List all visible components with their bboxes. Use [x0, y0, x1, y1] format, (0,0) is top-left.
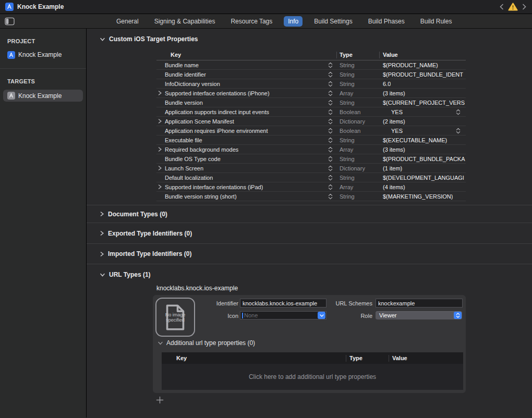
property-key-cell: Application Scene Manifest — [156, 117, 336, 126]
property-row[interactable]: InfoDictionary version String 6.0 — [156, 79, 466, 89]
key-stepper-icon[interactable] — [328, 184, 333, 190]
disclosure-chevron-icon[interactable] — [158, 91, 162, 95]
property-value: YES — [379, 128, 403, 134]
role-popup-button[interactable]: Viewer — [376, 311, 462, 319]
key-stepper-icon[interactable] — [328, 81, 333, 87]
editor-tab-bar: GeneralSigning & CapabilitiesResource Ta… — [0, 14, 532, 29]
url-schemes-label: URL Schemes — [330, 300, 372, 306]
sidebar-item-project[interactable]: Knock Example — [0, 48, 86, 61]
value-stepper-icon[interactable] — [456, 128, 461, 134]
key-stepper-icon[interactable] — [328, 118, 333, 125]
properties-table: Key Type Value Bundle name String $(PROD… — [156, 50, 466, 201]
disclosure-chevron-icon[interactable] — [158, 147, 162, 152]
property-row[interactable]: Default localization String $(DEVELOPMEN… — [156, 173, 466, 182]
property-value-cell: $(MARKETING_VERSION) — [379, 192, 466, 201]
tab-build-phases[interactable]: Build Phases — [364, 16, 409, 27]
identifier-input[interactable] — [240, 299, 327, 308]
icon-combo-box[interactable]: None — [240, 311, 327, 319]
key-stepper-icon[interactable] — [328, 71, 333, 78]
chevron-right-icon — [100, 231, 104, 236]
key-stepper-icon[interactable] — [328, 156, 333, 162]
collapsed-section-header[interactable]: Document Types (0) — [87, 205, 532, 223]
key-stepper-icon[interactable] — [328, 146, 333, 153]
collapsed-section-header[interactable]: Exported Type Identifiers (0) — [87, 223, 532, 244]
column-separator — [379, 52, 380, 58]
property-value-cell: (1 item) — [379, 164, 466, 173]
property-value: (1 item) — [379, 165, 402, 171]
property-value: $(PRODUCT_BUNDLE_PACKA — [379, 156, 465, 162]
disclosure-chevron-icon[interactable] — [158, 166, 162, 170]
key-stepper-icon[interactable] — [328, 109, 333, 115]
property-row[interactable]: Bundle OS Type code String $(PRODUCT_BUN… — [156, 154, 466, 164]
disclosure-chevron-icon[interactable] — [158, 185, 162, 189]
tab-general[interactable]: General — [112, 16, 143, 27]
property-row[interactable]: Application requires iPhone environment … — [156, 126, 466, 136]
property-row[interactable]: Bundle version String $(CURRENT_PROJECT_… — [156, 98, 466, 107]
property-row[interactable]: Supported interface orientations (iPhone… — [156, 89, 466, 98]
property-key-cell: Executable file — [156, 136, 336, 144]
key-stepper-icon[interactable] — [328, 100, 333, 106]
nav-back-icon[interactable] — [499, 4, 504, 10]
tab-info[interactable]: Info — [284, 16, 303, 27]
key-stepper-icon[interactable] — [328, 128, 333, 134]
property-row[interactable]: Bundle identifier String $(PRODUCT_BUNDL… — [156, 70, 466, 79]
sidebar-divider — [0, 68, 86, 69]
key-stepper-icon[interactable] — [328, 90, 333, 96]
property-value: $(PRODUCT_NAME) — [379, 62, 438, 68]
property-type: Dictionary — [340, 117, 379, 126]
tab-build-settings[interactable]: Build Settings — [310, 16, 356, 27]
combo-dropdown-icon[interactable] — [318, 312, 325, 319]
property-key: Application Scene Manifest — [165, 118, 234, 125]
property-row[interactable]: Bundle name String $(PRODUCT_NAME) — [156, 60, 466, 70]
sidebar-item-target[interactable]: Knock Example — [3, 90, 83, 102]
property-value-cell: 6.0 — [379, 79, 466, 88]
property-row[interactable]: Launch Screen Dictionary (1 item) — [156, 164, 466, 173]
url-type-entry-name: knocklabs.knock.ios-example — [156, 285, 238, 292]
value-stepper-icon[interactable] — [456, 109, 461, 115]
property-row[interactable]: Application Scene Manifest Dictionary (2… — [156, 117, 466, 126]
warning-icon[interactable] — [508, 3, 518, 11]
property-key: Bundle identifier — [165, 71, 206, 78]
property-row[interactable]: Bundle version string (short) String $(M… — [156, 192, 466, 201]
sidebar-toggle-icon[interactable] — [5, 17, 15, 26]
property-key: Default localization — [165, 175, 213, 181]
section-header-custom-properties[interactable]: Custom iOS Target Properties — [100, 35, 198, 43]
property-value-cell: (4 items) — [379, 182, 466, 191]
property-value-cell: $(PRODUCT_NAME) — [379, 60, 466, 69]
additional-table-header: Key Type Value — [162, 352, 463, 364]
key-stepper-icon[interactable] — [328, 62, 333, 68]
property-key: Bundle version string (short) — [165, 193, 237, 200]
tab-resource-tags[interactable]: Resource Tags — [226, 16, 276, 27]
add-url-type-button[interactable] — [155, 395, 164, 404]
properties-table-header: Key Type Value — [156, 50, 466, 60]
tab-signing-capabilities[interactable]: Signing & Capabilities — [150, 16, 220, 27]
text-caret — [242, 313, 243, 318]
chevron-down-icon — [158, 341, 163, 345]
key-stepper-icon[interactable] — [328, 137, 333, 143]
property-row[interactable]: Executable file String $(EXECUTABLE_NAME… — [156, 136, 466, 145]
additional-table-empty-row[interactable]: Click here to add additional url type pr… — [162, 364, 463, 390]
property-key-cell: Bundle version — [156, 98, 336, 107]
property-key: Supported interface orientations (iPhone… — [165, 90, 270, 96]
tab-build-rules[interactable]: Build Rules — [416, 16, 456, 27]
property-row[interactable]: Application supports indirect input even… — [156, 107, 466, 117]
key-stepper-icon[interactable] — [328, 193, 333, 200]
property-value-cell: $(CURRENT_PROJECT_VERS — [379, 98, 466, 107]
key-stepper-icon[interactable] — [328, 175, 333, 181]
icon-combo-value: None — [244, 312, 318, 318]
property-key-cell: Application requires iPhone environment — [156, 126, 336, 135]
additional-properties-header[interactable]: Additional url type properties (0) — [158, 339, 255, 347]
section-header-url-types[interactable]: URL Types (1) — [100, 271, 151, 279]
url-schemes-input[interactable] — [376, 299, 463, 308]
property-value: $(PRODUCT_BUNDLE_IDENT — [379, 71, 463, 78]
collapsed-section-header[interactable]: Imported Type Identifiers (0) — [87, 244, 532, 264]
nav-forward-icon[interactable] — [522, 4, 527, 10]
property-key-cell: InfoDictionary version — [156, 79, 336, 88]
property-value-cell: $(EXECUTABLE_NAME) — [379, 136, 466, 144]
property-row[interactable]: Required background modes Array (3 items… — [156, 145, 466, 154]
key-stepper-icon[interactable] — [328, 165, 333, 171]
property-row[interactable]: Supported interface orientations (iPad) … — [156, 182, 466, 192]
disclosure-chevron-icon[interactable] — [158, 119, 162, 124]
property-value: $(DEVELOPMENT_LANGUAGI — [379, 175, 464, 181]
popup-stepper-icon — [454, 312, 462, 319]
